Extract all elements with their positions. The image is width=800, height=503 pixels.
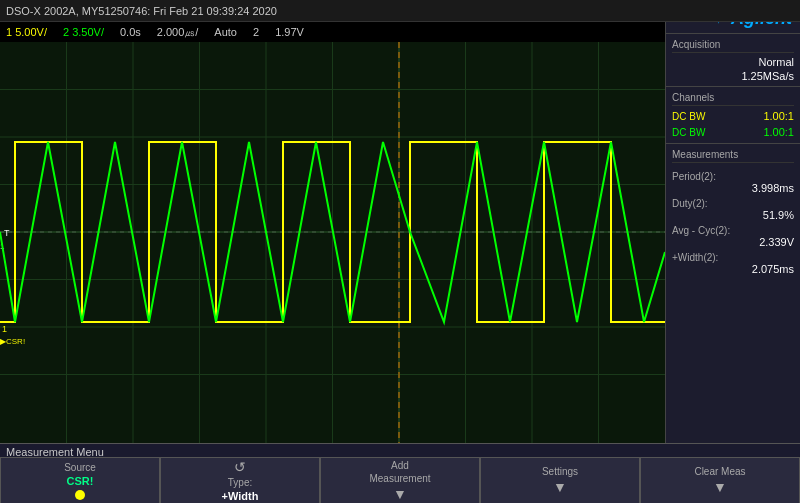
right-panel: ✦ Agilent Acquisition Normal 1.25MSa/s C… [665, 0, 800, 443]
source-bottom-label: CSR! [67, 475, 94, 487]
acquisition-section: Acquisition Normal 1.25MSa/s [666, 33, 800, 86]
meas-value-0: 3.998ms [672, 182, 794, 194]
measurement-item-3: +Width(2): 2.075ms [666, 249, 800, 276]
type-bottom-label: +Width [222, 490, 259, 502]
add-meas-icon: ▼ [393, 486, 407, 502]
clear-meas-label: Clear Meas [694, 466, 745, 477]
time-offset: 0.0s [120, 26, 141, 38]
acquisition-rate: 1.25MSa/s [672, 69, 794, 83]
ch2-scale: 2 3.50V/ [63, 26, 104, 38]
svg-text:▶CSR!: ▶CSR! [0, 337, 25, 346]
measurement-item-2: Avg - Cyc(2): 2.339V [666, 222, 800, 249]
meas-value-3: 2.075ms [672, 263, 794, 275]
acquisition-header: Acquisition [672, 37, 794, 53]
svg-text:1: 1 [2, 324, 7, 334]
measurement-item-1: Duty(2): 51.9% [666, 195, 800, 222]
add-meas-btn[interactable]: Add Measurement ▼ [320, 457, 480, 503]
measurements-header: Measurements [672, 147, 794, 163]
bottom-bar: Measurement Menu Source CSR! ↺ Type: +Wi… [0, 443, 800, 503]
ch2-row: DC BW 1.00:1 [672, 124, 794, 140]
source-indicator [75, 490, 85, 500]
acquisition-mode: Normal [672, 55, 794, 69]
settings-icon: ▼ [553, 479, 567, 495]
type-top-label: Type: [228, 477, 252, 488]
ch2-label: DC BW [672, 127, 705, 138]
channels-header: Channels [672, 90, 794, 106]
settings-label: Settings [542, 466, 578, 477]
trigger-mode: Auto [214, 26, 237, 38]
status-text: DSO-X 2002A, MY51250746: Fri Feb 21 09:3… [6, 5, 277, 17]
clear-meas-icon: ▼ [713, 479, 727, 495]
ch1-label: DC BW [672, 111, 705, 122]
trigger-channel: 2 [253, 26, 259, 38]
source-top-label: Source [64, 462, 96, 473]
clear-meas-btn[interactable]: Clear Meas ▼ [640, 457, 800, 503]
ch1-row: DC BW 1.00:1 [672, 108, 794, 124]
bottom-buttons[interactable]: Source CSR! ↺ Type: +Width Add Measureme… [0, 457, 800, 503]
time-div: 2.000㎲/ [157, 25, 199, 40]
channels-section: Channels DC BW 1.00:1 DC BW 1.00:1 [666, 86, 800, 143]
measurements-section: Measurements [666, 143, 800, 168]
trigger-voltage: 1.97V [275, 26, 304, 38]
meas-label-2: Avg - Cyc(2): [672, 223, 794, 236]
settings-btn[interactable]: Settings ▼ [480, 457, 640, 503]
meas-label-0: Period(2): [672, 169, 794, 182]
measurement-item-0: Period(2): 3.998ms [666, 168, 800, 195]
ch1-value: 1.00:1 [763, 109, 794, 123]
type-icon: ↺ [234, 459, 246, 475]
meas-value-2: 2.339V [672, 236, 794, 248]
source-btn[interactable]: Source CSR! [0, 457, 160, 503]
svg-text:T: T [4, 228, 10, 238]
scope-display: T 1 1 ▶CSR! [0, 42, 665, 443]
top-info-row: 1 5.00V/ 2 3.50V/ 0.0s 2.000㎲/ Auto 2 1.… [0, 22, 665, 42]
meas-label-1: Duty(2): [672, 196, 794, 209]
meas-value-1: 51.9% [672, 209, 794, 221]
type-btn[interactable]: ↺ Type: +Width [160, 457, 320, 503]
status-bar: DSO-X 2002A, MY51250746: Fri Feb 21 09:3… [0, 0, 800, 22]
add-meas-label2: Measurement [369, 473, 430, 484]
add-meas-top-label: Add [391, 460, 409, 471]
ch1-scale: 1 5.00V/ [6, 26, 47, 38]
ch2-value: 1.00:1 [763, 125, 794, 139]
measurement-items: Period(2): 3.998ms Duty(2): 51.9% Avg - … [666, 168, 800, 276]
meas-label-3: +Width(2): [672, 250, 794, 263]
scope-grid: T 1 1 ▶CSR! [0, 42, 665, 443]
